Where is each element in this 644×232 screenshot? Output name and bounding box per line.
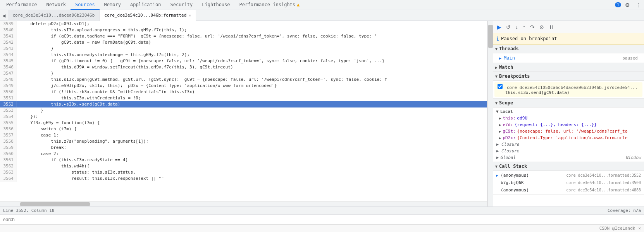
line-code-3539[interactable]: delete pD2x[c09J.vcD1]; <box>17 21 487 27</box>
line-code-3547[interactable]: } <box>17 70 487 77</box>
code-line-3554: 3554 }); <box>0 114 487 120</box>
line-code-3543[interactable]: } <box>17 46 487 52</box>
line-code-3556[interactable]: switch (t7m) { <box>17 126 487 132</box>
thread-main-status: paused <box>622 56 638 61</box>
step-out-button[interactable]: ↑ <box>522 23 527 31</box>
scope-e7d-val: {request: {...}, headers: {...}} <box>515 122 597 127</box>
search-input[interactable] <box>3 217 641 222</box>
more-button[interactable]: ⋮ <box>634 1 642 9</box>
breakpoint-checkbox[interactable] <box>498 84 503 89</box>
step-over-button[interactable]: ↺ <box>505 23 512 31</box>
line-code-3562[interactable]: this.wd4h({ <box>17 163 487 169</box>
line-code-3550[interactable]: if (!!this.rb3x.cookie && "withCredentia… <box>17 89 487 95</box>
line-code-3541[interactable]: if (gC9t.data.tagName === "FORM") gC9t =… <box>17 33 487 39</box>
thread-main[interactable]: ▶ Main paused <box>493 54 644 62</box>
file-tab-1[interactable]: core_dce3e54c10...046b:formatted ✕ <box>100 10 196 21</box>
local-collapse-icon: ▼ <box>496 109 499 114</box>
close-tab-icon[interactable]: ✕ <box>189 13 191 17</box>
scope-gc9t[interactable]: ▶ gC9t: {noescape: false, url: '/weapi/c… <box>493 128 644 135</box>
line-code-3554[interactable]: }); <box>17 114 487 120</box>
scope-this-arrow[interactable]: ▶ <box>499 116 501 120</box>
line-code-3544[interactable]: this.sI3x.onreadystatechange = this.gH9y… <box>17 52 487 58</box>
closure2-section[interactable]: ▶ Closure <box>493 148 644 154</box>
tab-lighthouse[interactable]: Lighthouse <box>197 0 234 10</box>
line-code-3558[interactable]: this.z7s("onuploading", arguments[1]); <box>17 138 487 145</box>
code-line-3553: 3553 } <box>0 107 487 114</box>
scroll-thumb[interactable] <box>488 25 493 48</box>
tab-memory[interactable]: Memory <box>100 0 126 10</box>
settings-button[interactable]: ⚙ <box>623 1 632 9</box>
tab-security[interactable]: Security <box>165 0 197 10</box>
line-number-3540: 3540 <box>0 27 17 33</box>
scope-e7d-arrow[interactable]: ▶ <box>499 123 501 127</box>
local-title: Local <box>500 109 513 114</box>
line-code-3559[interactable]: break; <box>17 145 487 151</box>
line-code-3540[interactable]: this.sI3x.upload.onprogress = this.gH9y.… <box>17 27 487 33</box>
line-code-3555[interactable]: Yf3x.gH9y = function(t7m) { <box>17 120 487 126</box>
line-code-3552[interactable]: this.▸sI3x.▸send(gC9t.data) <box>17 101 487 107</box>
footer-close-icon[interactable]: ✕ <box>638 226 641 231</box>
line-code-3564[interactable]: result: this.sI3x.responseText || "" <box>17 176 487 182</box>
call-item-0[interactable]: ▶ (anonymous) core_dce3e54c10...formatte… <box>493 172 644 179</box>
local-section-header[interactable]: ▼ Local <box>493 108 644 115</box>
line-number-3547: 3547 <box>0 70 17 77</box>
line-code-3549[interactable]: j7c.eS9J(pD2x, ck11x, this); pD2x = {Con… <box>17 83 487 89</box>
scope-gc9t-arrow[interactable]: ▶ <box>499 130 501 133</box>
line-code-3542[interactable]: gC9t.data = new FormData(gC9t.data) <box>17 39 487 46</box>
line-number-3543: 3543 <box>0 46 17 52</box>
line-code-3563[interactable]: status: this.sI3x.status, <box>17 169 487 176</box>
code-line-3552: 3552 this.▸sI3x.▸send(gC9t.data) <box>0 101 487 107</box>
line-code-3548[interactable]: this.sI3x.open(gC9t.method, gC9t.url, !g… <box>17 77 487 83</box>
file-tab-prev[interactable]: ◀ <box>0 12 8 19</box>
line-code-3553[interactable]: } <box>17 107 487 114</box>
call-stack-section-header[interactable]: ▼ Call Stack <box>493 162 644 171</box>
line-code-3546[interactable]: this.dJ9A = window.setTimeout(this.gH9y.… <box>17 64 487 70</box>
call-name-0: (anonymous) <box>501 173 539 178</box>
debug-toolbar: ▶ ↺ ↓ ↑ ↷ ⊘ ⏸ <box>493 21 644 33</box>
scope-section-header[interactable]: ▼ Scope <box>493 99 644 107</box>
tab-performance[interactable]: Performance <box>2 0 41 10</box>
tab-application[interactable]: Application <box>126 0 165 10</box>
deactivate-button[interactable]: ⊘ <box>538 23 545 31</box>
code-line-3555: 3555 Yf3x.gH9y = function(t7m) { <box>0 120 487 126</box>
scope-pd2x-arrow[interactable]: ▶ <box>499 136 501 140</box>
tab-performance-insights[interactable]: Performance insights ▲ <box>235 0 305 10</box>
line-number-3557: 3557 <box>0 132 17 138</box>
call-item-2[interactable]: ▶ (anonymous) core_dce3e54c10...formatte… <box>493 186 644 194</box>
credit-text: CSDN @IceLandk <box>599 226 635 231</box>
right-scroll-area[interactable]: ▼ Threads ▶ Main paused ▶ Watch ▼ Breakp… <box>493 44 644 206</box>
pause-button[interactable]: ⏸ <box>548 23 555 31</box>
scope-pd2x[interactable]: ▶ pD2x: {Content-Type: 'application/x-ww… <box>493 135 644 141</box>
tab-sources[interactable]: Sources <box>71 0 100 10</box>
call-item-1[interactable]: ▶ b7g.bjQ6K core_dce3e54c10...formatted:… <box>493 179 644 186</box>
step-button[interactable]: ↷ <box>529 23 536 31</box>
global-section[interactable]: ▶ Global Window <box>493 154 644 161</box>
watch-section-header[interactable]: ▶ Watch <box>493 63 644 72</box>
code-line-3549: 3549 j7c.eS9J(pD2x, ck11x, this); pD2x =… <box>0 83 487 89</box>
scope-this[interactable]: ▶ this: gd9U <box>493 115 644 121</box>
code-line-3539: 3539 delete pD2x[c09J.vcD1]; <box>0 21 487 27</box>
closure1-section[interactable]: ▶ Closure <box>493 141 644 148</box>
call-stack-section-content: ▶ (anonymous) core_dce3e54c10...formatte… <box>493 171 644 195</box>
scope-e7d[interactable]: ▶ e7d: {request: {...}, headers: {...}} <box>493 121 644 128</box>
horizontal-scrollbar[interactable] <box>0 201 487 206</box>
line-code-3560[interactable]: case 2: <box>17 151 487 157</box>
breakpoint-item-0[interactable]: core_dce3e54c1050ca6cb4dacea96b23046b.js… <box>494 82 642 97</box>
footer-credit: CSDN @IceLandk ✕ <box>0 224 644 232</box>
code-content[interactable]: 3539 delete pD2x[c09J.vcD1];3540 this.sI… <box>0 21 487 201</box>
line-code-3551[interactable]: this.sI3x.withCredentials = !0; <box>17 95 487 101</box>
line-code-3557[interactable]: case 1: <box>17 132 487 138</box>
code-line-3544: 3544 this.sI3x.onreadystatechange = this… <box>0 52 487 58</box>
line-number-3558: 3558 <box>0 138 17 145</box>
line-code-3561[interactable]: if (this.sI3x.readyState == 4) <box>17 157 487 163</box>
threads-section-header[interactable]: ▼ Threads <box>493 44 644 53</box>
line-code-3545[interactable]: if (gC9t.timeout != 0) { gC9t = {noescap… <box>17 58 487 64</box>
tab-network[interactable]: Network <box>41 0 71 10</box>
step-into-button[interactable]: ↓ <box>514 23 519 31</box>
h-scroll-thumb[interactable] <box>20 202 90 206</box>
file-tab-0[interactable]: core_dce3e54c10...dacea96b23046b <box>8 10 100 21</box>
breakpoints-section-header[interactable]: ▼ Breakpoints <box>493 72 644 81</box>
info-icon: ℹ <box>497 36 499 42</box>
resume-button[interactable]: ▶ <box>496 23 503 31</box>
vertical-scrollbar[interactable] <box>487 21 493 206</box>
